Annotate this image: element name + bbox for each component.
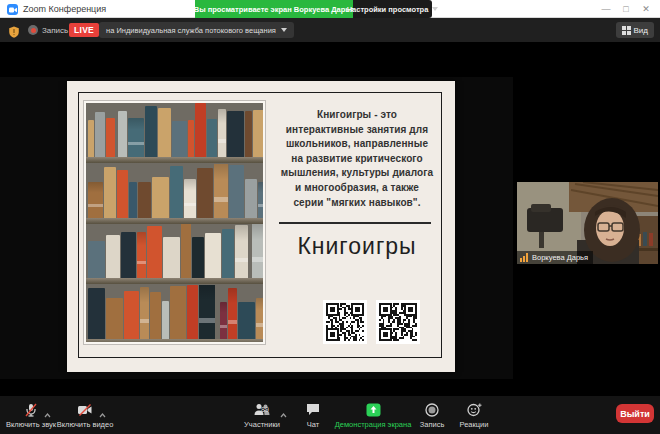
title-bar: Zoom Конференция Вы просматриваете экран… xyxy=(0,0,660,18)
audio-level-icon xyxy=(520,253,529,262)
reactions-label: Реакции xyxy=(460,420,489,429)
live-badge: LIVE xyxy=(69,23,99,37)
unmute-audio-button[interactable]: Включить звук xyxy=(4,396,58,434)
chevron-up-icon[interactable] xyxy=(44,413,51,418)
record-label: Запись xyxy=(420,420,445,429)
slide-paragraph-line: мышления, культуры диалога xyxy=(271,166,443,181)
unmute-audio-label: Включить звук xyxy=(6,420,56,429)
chat-label: Чат xyxy=(307,420,319,429)
grid-view-icon xyxy=(622,26,631,35)
chevron-up-icon[interactable] xyxy=(280,413,287,418)
streaming-service-label: на Индивидуальная служба потокового веща… xyxy=(106,26,276,35)
bookshelf-photo xyxy=(84,101,265,344)
view-layout-label: Вид xyxy=(634,26,648,35)
chevron-down-icon xyxy=(281,28,287,32)
view-options-label: Настройки просмотра xyxy=(347,5,429,14)
record-icon xyxy=(425,403,439,417)
participants-button[interactable]: 89 Участники xyxy=(228,396,296,434)
slide-paragraph-line: и многообразия, а также xyxy=(271,181,443,196)
slide-paragraph-line: интерактивные занятия для xyxy=(271,123,443,138)
slide-paragraph-line: Книгоигры - это xyxy=(271,108,443,123)
participants-label: Участники xyxy=(244,420,280,429)
window-title: Zoom Конференция xyxy=(23,4,106,14)
meeting-info-bar: Запись LIVE на Индивидуальная служба пот… xyxy=(0,18,660,42)
slide-paragraph-line: школьников, направленные xyxy=(271,137,443,152)
close-button[interactable]: ✕ xyxy=(636,4,656,14)
streaming-service-dropdown[interactable]: на Индивидуальная служба потокового веща… xyxy=(99,22,294,38)
maximize-button[interactable]: □ xyxy=(616,4,636,14)
chevron-up-icon[interactable] xyxy=(99,413,106,418)
slide-divider xyxy=(279,222,431,224)
slide-paragraph-line: на развитие критического xyxy=(271,152,443,167)
slide-paragraph: Книгоигры - это интерактивные занятия дл… xyxy=(271,108,443,210)
reactions-button[interactable]: Реакции xyxy=(448,396,500,434)
viewing-screen-banner: Вы просматриваете экран Воркуева Дарья xyxy=(195,0,353,18)
chevron-down-icon xyxy=(432,7,438,11)
presentation-slide: Книгоигры - это интерактивные занятия дл… xyxy=(67,81,455,372)
window-controls: — □ ✕ xyxy=(596,0,656,18)
qr-code-left xyxy=(323,300,367,344)
chat-button[interactable]: Чат xyxy=(296,396,330,434)
reactions-smiley-icon xyxy=(467,403,482,417)
share-screen-label: Демонстрация экрана xyxy=(335,420,412,429)
meeting-toolbar: Включить звук Включить видео xyxy=(0,396,660,434)
shared-screen-stage: Книгоигры - это интерактивные занятия дл… xyxy=(0,42,660,396)
participant-video[interactable]: Воркуева Дарья xyxy=(517,182,658,264)
start-video-button[interactable]: Включить видео xyxy=(58,396,112,434)
chat-bubble-icon xyxy=(306,403,320,416)
microphone-muted-icon xyxy=(24,403,38,417)
view-layout-button[interactable]: Вид xyxy=(616,22,654,38)
viewing-screen-banner-text: Вы просматриваете экран Воркуева Дарья xyxy=(194,5,355,14)
start-video-label: Включить видео xyxy=(57,420,114,429)
minimize-button[interactable]: — xyxy=(596,4,616,14)
encryption-shield-icon[interactable] xyxy=(8,24,20,42)
recording-indicator-icon[interactable] xyxy=(28,25,38,35)
leave-meeting-button[interactable]: Выйти xyxy=(616,404,654,423)
qr-code-right xyxy=(376,300,420,344)
participants-count: 89 xyxy=(261,406,269,413)
slide-paragraph-line: серии "мягких навыков". xyxy=(271,196,443,211)
view-options-dropdown[interactable]: Настройки просмотра xyxy=(353,0,432,18)
recording-label: Запись xyxy=(42,26,68,35)
camera-muted-icon xyxy=(77,404,93,416)
participant-name: Воркуева Дарья xyxy=(532,253,588,262)
share-screen-button[interactable]: Демонстрация экрана xyxy=(330,396,416,434)
zoom-meeting-window: Zoom Конференция Вы просматриваете экран… xyxy=(0,0,660,434)
zoom-app-icon xyxy=(7,4,18,15)
toolbar-center-cluster: 89 Участники Чат xyxy=(228,396,500,434)
record-button[interactable]: Запись xyxy=(416,396,448,434)
slide-title: Книгоигры xyxy=(271,233,443,260)
participant-name-tag: Воркуева Дарья xyxy=(517,251,593,264)
share-screen-icon xyxy=(366,403,381,417)
